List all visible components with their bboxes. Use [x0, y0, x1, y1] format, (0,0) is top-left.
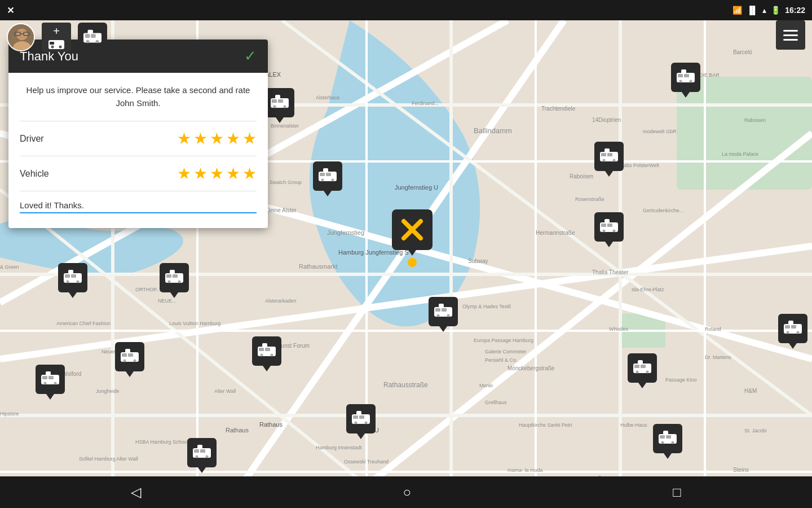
taxi-pin-tail-16: [789, 343, 797, 349]
taxi-pin-14: [628, 353, 657, 388]
taxi-box-2: [313, 161, 342, 191]
svg-rect-105: [681, 69, 686, 73]
vehicle-star-2[interactable]: ★: [193, 164, 208, 183]
svg-text:Ballindamm: Ballindamm: [474, 126, 512, 135]
taxi-box-10: [252, 336, 281, 366]
svg-rect-125: [65, 274, 70, 278]
svg-point-128: [77, 281, 80, 283]
svg-text:Ossewski Treuhand: Ossewski Treuhand: [344, 459, 389, 465]
driver-stars[interactable]: ★ ★ ★ ★ ★: [177, 129, 257, 148]
taxi-pin-tail-14: [638, 383, 646, 388]
driver-star-4[interactable]: ★: [226, 129, 240, 148]
svg-point-115: [603, 230, 606, 233]
svg-rect-120: [442, 308, 447, 312]
battery-icon: 🔋: [771, 6, 780, 15]
svg-text:NEUE...: NEUE...: [158, 298, 176, 304]
svg-point-146: [271, 354, 273, 357]
svg-point-139: [123, 360, 126, 362]
vehicle-star-5[interactable]: ★: [242, 164, 257, 183]
time-display: 16:22: [785, 6, 805, 15]
svg-text:La moda Palace: La moda Palace: [722, 151, 758, 157]
svg-text:Subway: Subway: [468, 258, 488, 264]
svg-rect-135: [170, 270, 175, 274]
svg-rect-153: [46, 371, 51, 375]
svg-point-121: [437, 314, 440, 317]
status-bar: ✕ 📶 ▐▌ ▴ 🔋 16:22: [0, 0, 812, 20]
taxi-pin-11: [36, 365, 65, 400]
svg-text:Persiehl & Co.: Persiehl & Co.: [485, 357, 518, 363]
svg-rect-156: [200, 449, 205, 453]
comment-input[interactable]: [20, 198, 257, 213]
svg-text:Rathaus: Rathaus: [259, 421, 283, 428]
modal-subtitle: Help us improve our service. Please take…: [20, 84, 257, 110]
svg-text:Mönckebergstraße: Mönckebergstraße: [508, 365, 555, 371]
svg-rect-155: [194, 449, 199, 453]
taxi-box-8: [160, 263, 189, 292]
taxi-box-7: [58, 263, 87, 292]
svg-rect-147: [262, 343, 267, 347]
svg-rect-171: [638, 360, 643, 364]
svg-rect-144: [265, 348, 270, 351]
svg-text:Kabs PolsterWelt: Kabs PolsterWelt: [620, 163, 659, 168]
taxi-box-3: [671, 63, 700, 92]
back-button[interactable]: ◁: [108, 480, 164, 505]
taxi-box-15: [653, 424, 682, 453]
svg-text:Rathausstraße: Rathausstraße: [383, 381, 428, 389]
svg-rect-90: [278, 99, 283, 103]
svg-point-176: [672, 441, 674, 444]
taxi-pin-13: [346, 404, 376, 439]
vehicle-star-1[interactable]: ★: [177, 164, 191, 183]
taxi-pin-15: [653, 424, 682, 459]
driver-star-5[interactable]: ★: [242, 129, 257, 148]
driver-star-2[interactable]: ★: [193, 129, 208, 148]
taxi-box-12: [187, 438, 217, 467]
svg-text:Binnenalster: Binnenalster: [271, 123, 299, 129]
svg-text:Hamburg Innenstadt: Hamburg Innenstadt: [316, 445, 362, 450]
svg-rect-149: [42, 376, 47, 379]
taxi-box-4: [594, 142, 624, 171]
svg-text:St. Jacobi: St. Jacobi: [744, 428, 767, 433]
hamburger-line-2: [783, 34, 798, 36]
home-button[interactable]: ○: [380, 480, 434, 505]
vehicle-label: Vehicle: [20, 169, 49, 179]
taxi-box-5: [594, 212, 624, 242]
vehicle-stars[interactable]: ★ ★ ★ ★ ★: [177, 164, 257, 183]
taxi-pin-tail-12: [198, 467, 206, 473]
driver-star-1[interactable]: ★: [177, 129, 191, 148]
svg-rect-199: [91, 34, 95, 38]
driver-star-3[interactable]: ★: [210, 129, 224, 148]
svg-text:Rathaus: Rathaus: [226, 427, 249, 433]
svg-point-169: [636, 371, 639, 374]
taxi-pin-tail-4: [605, 171, 613, 177]
taxi-pin-7: [58, 263, 87, 298]
svg-text:Sofitel Hamburg Alter Wall: Sofitel Hamburg Alter Wall: [79, 456, 138, 462]
taxi-pin-tail-5: [605, 242, 613, 247]
hamburger-menu-button[interactable]: [776, 20, 805, 50]
svg-text:Trachtendiele: Trachtendiele: [541, 106, 576, 112]
taxi-top-button[interactable]: [78, 23, 107, 52]
svg-rect-111: [604, 148, 610, 152]
svg-rect-180: [791, 325, 796, 329]
svg-point-181: [787, 331, 789, 334]
svg-text:Ferdinand...: Ferdinand...: [412, 100, 439, 106]
bottom-navigation: ◁ ○ □: [0, 476, 812, 508]
taxi-pin-tail-11: [46, 394, 54, 400]
svg-point-116: [613, 230, 616, 233]
vehicle-star-4[interactable]: ★: [226, 164, 240, 183]
svg-point-175: [661, 441, 664, 444]
add-stop-button[interactable]: +: [42, 23, 71, 52]
taxi-box-1: [265, 88, 294, 117]
svg-rect-96: [326, 173, 331, 176]
svg-rect-131: [166, 274, 171, 278]
vehicle-star-3[interactable]: ★: [210, 164, 224, 183]
svg-rect-113: [601, 224, 606, 227]
recent-apps-button[interactable]: □: [650, 480, 704, 505]
x-logo-pin: [392, 209, 433, 267]
svg-text:Hipstore: Hipstore: [0, 411, 19, 417]
svg-rect-177: [663, 431, 668, 435]
svg-text:Hulbe-Haus: Hulbe-Haus: [620, 422, 647, 428]
avatar: [7, 23, 35, 51]
svg-rect-89: [272, 99, 277, 103]
app-icon: ✕: [7, 5, 14, 16]
svg-rect-99: [323, 168, 328, 172]
